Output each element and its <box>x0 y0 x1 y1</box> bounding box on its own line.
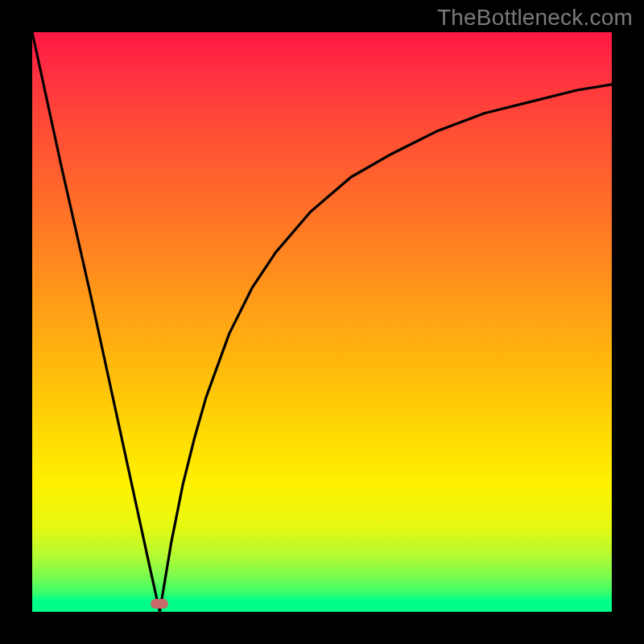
plot-area <box>32 32 612 612</box>
dip-marker <box>151 599 168 609</box>
curve-path <box>32 32 612 612</box>
watermark-text: TheBottleneck.com <box>437 5 633 31</box>
bottleneck-curve <box>32 32 612 612</box>
chart-container: TheBottleneck.com <box>0 0 644 644</box>
